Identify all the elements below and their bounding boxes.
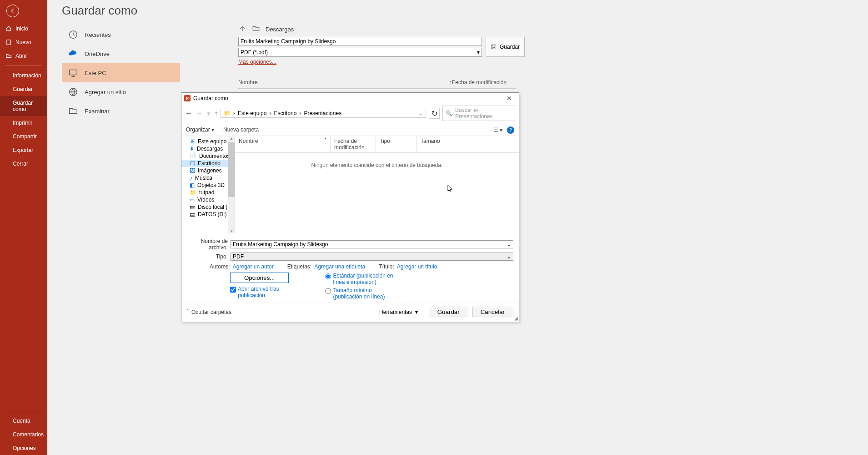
close-button[interactable]: ✕ bbox=[502, 95, 516, 102]
tree-videos[interactable]: ▭Vídeos bbox=[181, 196, 235, 203]
loc-este-pc[interactable]: Este PC bbox=[62, 63, 180, 82]
search-input[interactable]: 🔍 Buscar en Presentaciones bbox=[442, 106, 515, 121]
open-after-checkbox[interactable]: Abrir archivo tras publicación bbox=[230, 286, 289, 298]
refresh-button[interactable]: ↻ bbox=[429, 108, 440, 119]
tree-musica[interactable]: ♪Música bbox=[181, 174, 235, 182]
loc-agregar-sitio[interactable]: Agregar un sitio bbox=[62, 82, 180, 101]
tree-imagenes[interactable]: 🖼Imágenes bbox=[181, 167, 235, 174]
add-tag-link[interactable]: Agregar una etiqueta bbox=[314, 263, 365, 270]
dialog-titlebar: P Guardar como ✕ bbox=[181, 93, 519, 104]
search-icon: 🔍 bbox=[446, 110, 452, 116]
tree-scrollbar[interactable]: ▴ ▾ bbox=[228, 136, 235, 233]
svg-rect-0 bbox=[7, 40, 10, 45]
file-list: Nombreˆ Fecha de modificación Tipo Tamañ… bbox=[235, 136, 519, 233]
location-list: Recientes OneDrive Este PC Agregar un si… bbox=[62, 25, 180, 121]
backstage-sidebar: Inicio Nuevo Abrir Información Guardar G… bbox=[0, 0, 47, 455]
nav-up-icon[interactable]: ↑ bbox=[214, 109, 218, 118]
folder-icon bbox=[252, 25, 260, 34]
list-header-size[interactable]: Tamaño bbox=[417, 136, 444, 152]
nav-cerrar[interactable]: Cerrar bbox=[0, 157, 47, 171]
up-folder-icon[interactable] bbox=[238, 25, 246, 34]
tree-tutpad[interactable]: 📁tutpad bbox=[181, 189, 235, 196]
nav-comentarios[interactable]: Comentarios bbox=[0, 428, 47, 441]
list-header-type[interactable]: Tipo bbox=[376, 136, 417, 152]
current-folder[interactable]: Descargas bbox=[266, 26, 294, 33]
nav-cuenta[interactable]: Cuenta bbox=[0, 414, 47, 428]
type-label: Tipo: bbox=[187, 253, 228, 260]
nav-inicio[interactable]: Inicio bbox=[0, 22, 47, 35]
nav-opciones[interactable]: Opciones bbox=[0, 441, 47, 455]
hide-folders-toggle[interactable]: ˆOcultar carpetas bbox=[187, 309, 231, 315]
dialog-filename-input[interactable]: Fruits Marketing Campaign by Slidesgo⌄ bbox=[231, 240, 513, 248]
radio-standard[interactable]: Estándar (publicación en línea e impresi… bbox=[325, 273, 396, 285]
help-icon[interactable]: ? bbox=[507, 126, 514, 134]
list-header-date[interactable]: Fecha de modificación bbox=[331, 136, 376, 152]
new-folder-button[interactable]: Nueva carpeta bbox=[223, 126, 259, 134]
chevron-down-icon[interactable]: ⌄ bbox=[507, 241, 511, 248]
resize-handle[interactable]: ◢ bbox=[514, 316, 518, 321]
folder-icon: 📁 bbox=[224, 110, 231, 116]
tree-objetos3d[interactable]: ◧Objetos 3D bbox=[181, 182, 235, 189]
tree-escritorio[interactable]: 🖵Escritorio bbox=[181, 160, 235, 167]
empty-message: Ningún elemento coincide con el criterio… bbox=[235, 162, 519, 168]
dialog-cancel-button[interactable]: Cancelar bbox=[472, 307, 513, 317]
nav-imprimir[interactable]: Imprimir bbox=[0, 116, 47, 130]
nav-guardar-como[interactable]: Guardar como bbox=[0, 96, 47, 116]
nav-forward-icon[interactable]: → bbox=[196, 109, 203, 118]
save-button[interactable]: Guardar bbox=[486, 37, 525, 57]
loc-examinar[interactable]: Examinar bbox=[62, 101, 180, 121]
tree-este-equipo[interactable]: 🖥Este equipo bbox=[181, 138, 235, 145]
loc-onedrive[interactable]: OneDrive bbox=[62, 44, 180, 63]
chevron-down-icon[interactable]: ⌄ bbox=[418, 110, 423, 116]
svg-rect-2 bbox=[70, 70, 77, 75]
tools-menu[interactable]: Herramientas ▾ bbox=[379, 309, 418, 315]
column-headers: Nombre ↑ Fecha de modificación bbox=[238, 79, 516, 89]
more-options-link[interactable]: Más opciones... bbox=[238, 59, 276, 65]
nav-nuevo[interactable]: Nuevo bbox=[0, 35, 47, 49]
tree-datos-d[interactable]: 🖴DATOS (D:) bbox=[181, 211, 235, 218]
options-button[interactable]: Opciones... bbox=[230, 273, 289, 283]
tree-documentos[interactable]: 📄Documentos bbox=[181, 152, 235, 160]
back-button[interactable] bbox=[6, 5, 19, 17]
chevron-up-icon: ˆ bbox=[187, 309, 189, 315]
breadcrumb[interactable]: 📁 › Este equipo› Escritorio› Presentacio… bbox=[221, 109, 426, 118]
page-title: Guardar como bbox=[62, 4, 868, 18]
nav-recent-icon[interactable]: ▾ bbox=[207, 109, 211, 118]
nav-abrir[interactable]: Abrir bbox=[0, 49, 47, 63]
nav-guardar[interactable]: Guardar bbox=[0, 82, 47, 96]
filename-label: Nombre de archivo: bbox=[187, 238, 228, 251]
nav-compartir[interactable]: Compartir bbox=[0, 130, 47, 143]
powerpoint-icon: P bbox=[184, 95, 191, 101]
list-header-name[interactable]: Nombreˆ bbox=[235, 136, 331, 152]
tree-descargas[interactable]: ⬇Descargas bbox=[181, 145, 235, 152]
tree-disco-c[interactable]: 🖴Disco local (C:) bbox=[181, 203, 235, 211]
nav-exportar[interactable]: Exportar bbox=[0, 143, 47, 157]
organize-menu[interactable]: Organizar ▾ bbox=[186, 126, 214, 134]
loc-recientes[interactable]: Recientes bbox=[62, 25, 180, 44]
save-as-dialog: P Guardar como ✕ ← → ▾ ↑ 📁 › Este equipo… bbox=[181, 92, 519, 322]
dialog-type-select[interactable]: PDF⌄ bbox=[231, 253, 513, 261]
nav-back-icon[interactable]: ← bbox=[185, 109, 192, 118]
nav-informacion[interactable]: Información bbox=[0, 69, 47, 82]
dialog-save-button[interactable]: Guardar bbox=[429, 307, 468, 317]
add-author-link[interactable]: Agregar un autor bbox=[233, 263, 274, 270]
view-mode-button[interactable]: ☰ ▾ bbox=[493, 127, 502, 133]
filename-input[interactable] bbox=[238, 37, 482, 46]
save-panel: Descargas PDF (*.pdf)▾ Guardar Más opcio… bbox=[238, 25, 525, 89]
chevron-down-icon: ▾ bbox=[477, 49, 480, 56]
filetype-select[interactable]: PDF (*.pdf)▾ bbox=[238, 48, 482, 57]
svg-rect-4 bbox=[492, 45, 496, 49]
chevron-down-icon[interactable]: ⌄ bbox=[507, 253, 511, 260]
radio-minimum[interactable]: Tamaño mínimo (publicación en línea) bbox=[325, 287, 396, 300]
add-title-link[interactable]: Agregar un título bbox=[397, 263, 437, 270]
sort-indicator-icon: ˆ bbox=[325, 138, 326, 151]
folder-tree: 🖥Este equipo ⬇Descargas 📄Documentos 🖵Esc… bbox=[181, 136, 235, 233]
